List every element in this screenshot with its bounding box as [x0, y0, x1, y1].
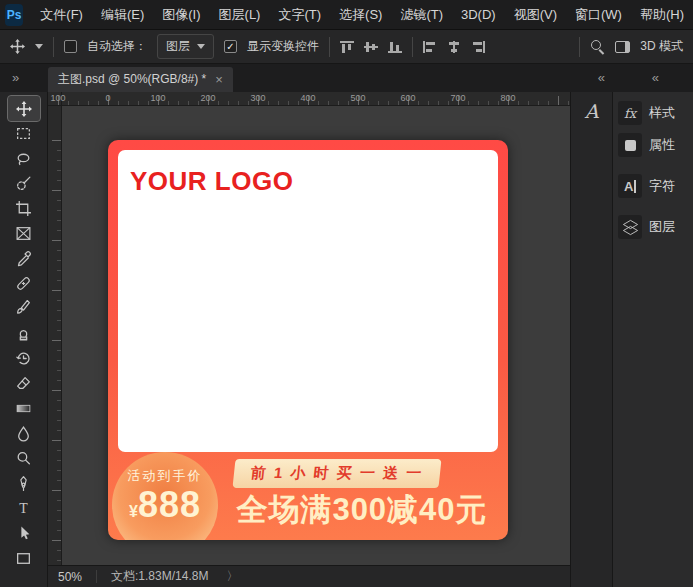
- zoom-level-field[interactable]: 50%: [58, 570, 82, 584]
- align-bottom-edges-icon[interactable]: [388, 41, 402, 53]
- align-horizontal-centers-icon[interactable]: [447, 41, 461, 53]
- panel-label-properties: 属性: [649, 136, 675, 154]
- status-options-chevron-icon[interactable]: 〉: [226, 568, 238, 585]
- canvas-area[interactable]: 100 0 100 200 300 400 500 600 700 800 YO…: [48, 92, 570, 565]
- panel-collapse-icon[interactable]: «: [598, 70, 605, 85]
- ruler-label: 500: [350, 93, 365, 103]
- eyedropper-tool[interactable]: [8, 246, 40, 271]
- auto-select-target-dropdown[interactable]: 图层: [157, 34, 214, 59]
- close-tab-icon[interactable]: ×: [215, 72, 223, 87]
- ruler-label: 100: [50, 93, 65, 103]
- separator: [579, 37, 580, 57]
- auto-select-label: 自动选择：: [87, 38, 147, 55]
- workspace-mode-label[interactable]: 3D 模式: [640, 38, 683, 55]
- menu-file[interactable]: 文件(F): [31, 0, 92, 30]
- separator: [412, 37, 413, 57]
- panel-label-styles: 样式: [649, 104, 675, 122]
- panel-collapse-icon-2[interactable]: «: [652, 70, 659, 85]
- glyphs-panel-icon[interactable]: A: [577, 97, 607, 125]
- show-transform-checkbox[interactable]: ✓: [224, 40, 237, 53]
- tool-preset-caret-icon[interactable]: [35, 44, 43, 49]
- blur-tool[interactable]: [8, 421, 40, 446]
- character-icon: A: [618, 174, 642, 198]
- panel-button-layers[interactable]: 图层: [613, 211, 693, 243]
- tools-panel: T: [0, 92, 48, 587]
- clone-stamp-tool[interactable]: [8, 321, 40, 346]
- ruler-label: 300: [250, 93, 265, 103]
- panel-button-styles[interactable]: fx 样式: [613, 97, 693, 129]
- rectangular-marquee-tool[interactable]: [8, 121, 40, 146]
- separator: [53, 37, 54, 57]
- panel-button-column: fx 样式 属性 A 字符 图层: [612, 92, 693, 587]
- menu-image[interactable]: 图像(I): [153, 0, 209, 30]
- separator: [329, 37, 330, 57]
- menu-select[interactable]: 选择(S): [330, 0, 391, 30]
- spot-healing-brush-tool[interactable]: [8, 271, 40, 296]
- document-tab[interactable]: 主图.psd @ 50%(RGB/8#) * ×: [48, 67, 233, 92]
- menu-edit[interactable]: 编辑(E): [92, 0, 153, 30]
- path-selection-tool[interactable]: [8, 521, 40, 546]
- collapsed-panel-icon-bar: A: [570, 92, 612, 587]
- ruler-label: 400: [300, 93, 315, 103]
- auto-select-checkbox[interactable]: [64, 40, 77, 53]
- panel-label-layers: 图层: [649, 218, 675, 236]
- history-brush-tool[interactable]: [8, 346, 40, 371]
- status-bar: 50% 文档:1.83M/14.8M 〉: [48, 565, 570, 587]
- ruler-label: 200: [200, 93, 215, 103]
- type-tool[interactable]: T: [8, 496, 40, 521]
- character-glyph: A: [624, 179, 636, 194]
- styles-fx-icon: fx: [618, 101, 642, 125]
- quick-selection-tool[interactable]: [8, 171, 40, 196]
- design-headline: 全场满300减40元: [222, 489, 502, 531]
- menu-help[interactable]: 帮助(H): [631, 0, 693, 30]
- ruler-label: 0: [105, 93, 110, 103]
- panel-button-properties[interactable]: 属性: [613, 129, 693, 161]
- document-tab-bar: » 主图.psd @ 50%(RGB/8#) * × « «: [0, 64, 693, 92]
- brush-tool[interactable]: [8, 296, 40, 321]
- align-top-edges-icon[interactable]: [340, 41, 354, 53]
- align-right-edges-icon[interactable]: [471, 41, 485, 53]
- document-size-info: 文档:1.83M/14.8M: [111, 568, 208, 585]
- photoshop-logo-icon: Ps: [5, 4, 23, 26]
- align-vertical-centers-icon[interactable]: [364, 41, 378, 53]
- design-currency: ¥: [129, 503, 138, 520]
- eraser-tool[interactable]: [8, 371, 40, 396]
- dodge-tool[interactable]: [8, 446, 40, 471]
- pen-tool[interactable]: [8, 471, 40, 496]
- ruler-label: 600: [400, 93, 415, 103]
- design-price-circle: 活动到手价 ¥888: [112, 452, 218, 540]
- separator: [96, 570, 97, 583]
- square-glyph: [625, 140, 636, 151]
- menu-layer[interactable]: 图层(L): [210, 0, 270, 30]
- align-left-edges-icon[interactable]: [423, 41, 437, 53]
- search-icon[interactable]: [590, 39, 605, 54]
- toolbar-collapse-icon[interactable]: »: [12, 70, 19, 85]
- ruler-label: 700: [450, 93, 465, 103]
- workspace-switcher-icon[interactable]: [615, 41, 630, 53]
- document-tab-title: 主图.psd @ 50%(RGB/8#) *: [58, 71, 206, 88]
- ruler-label: 100: [150, 93, 165, 103]
- frame-tool[interactable]: [8, 221, 40, 246]
- menu-3d[interactable]: 3D(D): [452, 0, 505, 30]
- fx-glyph: fx: [624, 106, 636, 121]
- move-tool[interactable]: [8, 96, 40, 121]
- tool-options-bar: 自动选择： 图层 ✓ 显示变换控件 3D 模式: [0, 30, 693, 64]
- design-price: ¥888: [129, 485, 201, 525]
- rectangle-shape-tool[interactable]: [8, 546, 40, 571]
- svg-text:T: T: [19, 501, 28, 516]
- menu-view[interactable]: 视图(V): [505, 0, 566, 30]
- show-transform-label: 显示变换控件: [247, 38, 319, 55]
- artboard[interactable]: YOUR LOGO 活动到手价 ¥888 前 1 小 时 买 一 送 一 全场满…: [108, 140, 508, 540]
- menu-type[interactable]: 文字(T): [269, 0, 330, 30]
- character-letter: A: [624, 179, 633, 194]
- lasso-tool[interactable]: [8, 146, 40, 171]
- menu-filter[interactable]: 滤镜(T): [391, 0, 452, 30]
- pasteboard[interactable]: YOUR LOGO 活动到手价 ¥888 前 1 小 时 买 一 送 一 全场满…: [62, 106, 570, 565]
- move-tool-preset-icon[interactable]: [10, 39, 25, 54]
- panel-button-character[interactable]: A 字符: [613, 170, 693, 202]
- menu-window[interactable]: 窗口(W): [566, 0, 631, 30]
- crop-tool[interactable]: [8, 196, 40, 221]
- properties-icon: [618, 133, 642, 157]
- gradient-tool[interactable]: [8, 396, 40, 421]
- layers-glyph: [621, 219, 639, 236]
